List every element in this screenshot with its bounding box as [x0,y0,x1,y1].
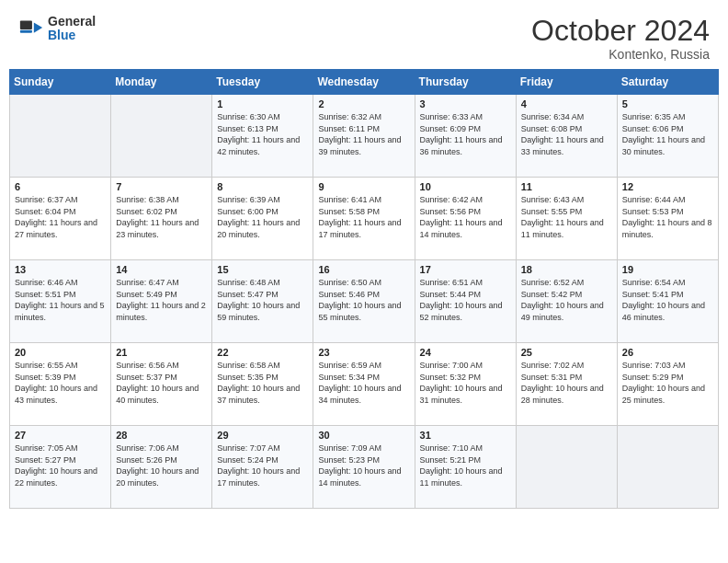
calendar-cell: 17Sunrise: 6:51 AMSunset: 5:44 PMDayligh… [415,260,516,343]
day-number: 21 [116,347,207,358]
day-info: Sunrise: 6:56 AMSunset: 5:37 PMDaylight:… [116,360,207,406]
week-row-1: 1Sunrise: 6:30 AMSunset: 6:13 PMDaylight… [10,95,719,178]
day-number: 25 [521,347,612,358]
day-number: 23 [318,347,409,358]
header-day-thursday: Thursday [415,70,516,95]
header-day-saturday: Saturday [617,70,718,95]
calendar-cell: 18Sunrise: 6:52 AMSunset: 5:42 PMDayligh… [516,260,617,343]
calendar-cell: 4Sunrise: 6:34 AMSunset: 6:08 PMDaylight… [516,95,617,178]
day-info: Sunrise: 6:51 AMSunset: 5:44 PMDaylight:… [420,277,511,323]
day-number: 22 [217,347,308,358]
calendar-cell: 3Sunrise: 6:33 AMSunset: 6:09 PMDaylight… [415,95,516,178]
day-number: 31 [420,430,511,441]
page-header: General Blue October 2024 Kontenko, Russ… [0,0,728,69]
day-info: Sunrise: 7:03 AMSunset: 5:29 PMDaylight:… [622,360,713,406]
calendar-page: General Blue October 2024 Kontenko, Russ… [0,0,728,563]
calendar-cell: 13Sunrise: 6:46 AMSunset: 5:51 PMDayligh… [10,260,111,343]
calendar-cell: 12Sunrise: 6:44 AMSunset: 5:53 PMDayligh… [617,178,718,260]
calendar-cell [111,95,212,178]
calendar-cell: 22Sunrise: 6:58 AMSunset: 5:35 PMDayligh… [212,343,313,426]
header-day-friday: Friday [516,70,617,95]
day-info: Sunrise: 6:46 AMSunset: 5:51 PMDaylight:… [15,277,106,323]
logo-icon [18,16,44,41]
day-number: 4 [521,98,612,109]
day-number: 30 [318,430,409,441]
day-info: Sunrise: 6:59 AMSunset: 5:34 PMDaylight:… [318,360,409,406]
day-info: Sunrise: 6:32 AMSunset: 6:11 PMDaylight:… [318,111,409,157]
day-info: Sunrise: 6:50 AMSunset: 5:46 PMDaylight:… [318,277,409,323]
logo: General Blue [18,15,96,43]
calendar-cell: 2Sunrise: 6:32 AMSunset: 6:11 PMDaylight… [313,95,415,178]
svg-marker-2 [34,23,42,33]
calendar-cell: 19Sunrise: 6:54 AMSunset: 5:41 PMDayligh… [617,260,718,343]
day-number: 5 [622,98,713,109]
calendar-cell: 8Sunrise: 6:39 AMSunset: 6:00 PMDaylight… [212,178,313,260]
day-info: Sunrise: 7:09 AMSunset: 5:23 PMDaylight:… [318,442,409,488]
calendar-cell: 21Sunrise: 6:56 AMSunset: 5:37 PMDayligh… [111,343,212,426]
calendar-cell: 30Sunrise: 7:09 AMSunset: 5:23 PMDayligh… [313,426,415,509]
calendar-cell: 31Sunrise: 7:10 AMSunset: 5:21 PMDayligh… [415,426,516,509]
calendar-cell [10,95,111,178]
calendar-cell: 23Sunrise: 6:59 AMSunset: 5:34 PMDayligh… [313,343,415,426]
day-number: 17 [420,264,511,275]
calendar-cell: 27Sunrise: 7:05 AMSunset: 5:27 PMDayligh… [10,426,111,509]
day-number: 10 [420,181,511,192]
day-number: 20 [15,347,106,358]
day-number: 24 [420,347,511,358]
day-info: Sunrise: 6:39 AMSunset: 6:00 PMDaylight:… [217,194,308,240]
calendar-cell: 14Sunrise: 6:47 AMSunset: 5:49 PMDayligh… [111,260,212,343]
day-info: Sunrise: 6:55 AMSunset: 5:39 PMDaylight:… [15,360,106,406]
calendar-cell: 28Sunrise: 7:06 AMSunset: 5:26 PMDayligh… [111,426,212,509]
calendar-cell [617,426,718,509]
day-number: 3 [420,98,511,109]
title-block: October 2024 Kontenko, Russia [531,15,710,62]
calendar-cell: 25Sunrise: 7:02 AMSunset: 5:31 PMDayligh… [516,343,617,426]
calendar-header: SundayMondayTuesdayWednesdayThursdayFrid… [10,70,719,95]
day-info: Sunrise: 6:58 AMSunset: 5:35 PMDaylight:… [217,360,308,406]
day-info: Sunrise: 7:02 AMSunset: 5:31 PMDaylight:… [521,360,612,406]
calendar-cell: 15Sunrise: 6:48 AMSunset: 5:47 PMDayligh… [212,260,313,343]
day-number: 7 [116,181,207,192]
calendar-cell: 24Sunrise: 7:00 AMSunset: 5:32 PMDayligh… [415,343,516,426]
day-info: Sunrise: 7:07 AMSunset: 5:24 PMDaylight:… [217,442,308,488]
calendar-table: SundayMondayTuesdayWednesdayThursdayFrid… [9,69,719,509]
logo-text: General Blue [48,15,96,43]
day-info: Sunrise: 6:30 AMSunset: 6:13 PMDaylight:… [217,111,308,157]
calendar-cell: 5Sunrise: 6:35 AMSunset: 6:06 PMDaylight… [617,95,718,178]
calendar-cell: 29Sunrise: 7:07 AMSunset: 5:24 PMDayligh… [212,426,313,509]
day-info: Sunrise: 6:34 AMSunset: 6:08 PMDaylight:… [521,111,612,157]
location: Kontenko, Russia [531,47,710,62]
day-info: Sunrise: 6:44 AMSunset: 5:53 PMDaylight:… [622,194,713,240]
calendar-cell: 16Sunrise: 6:50 AMSunset: 5:46 PMDayligh… [313,260,415,343]
day-number: 26 [622,347,713,358]
calendar-cell [516,426,617,509]
day-info: Sunrise: 7:06 AMSunset: 5:26 PMDaylight:… [116,442,207,488]
day-number: 14 [116,264,207,275]
day-number: 8 [217,181,308,192]
day-info: Sunrise: 6:48 AMSunset: 5:47 PMDaylight:… [217,277,308,323]
svg-rect-1 [20,30,32,33]
day-number: 1 [217,98,308,109]
day-info: Sunrise: 6:35 AMSunset: 6:06 PMDaylight:… [622,111,713,157]
calendar: SundayMondayTuesdayWednesdayThursdayFrid… [0,69,728,563]
week-row-5: 27Sunrise: 7:05 AMSunset: 5:27 PMDayligh… [10,426,719,509]
day-number: 12 [622,181,713,192]
day-number: 15 [217,264,308,275]
day-number: 19 [622,264,713,275]
calendar-body: 1Sunrise: 6:30 AMSunset: 6:13 PMDaylight… [10,95,719,509]
day-info: Sunrise: 6:42 AMSunset: 5:56 PMDaylight:… [420,194,511,240]
day-number: 9 [318,181,409,192]
day-info: Sunrise: 6:54 AMSunset: 5:41 PMDaylight:… [622,277,713,323]
header-row: SundayMondayTuesdayWednesdayThursdayFrid… [10,70,719,95]
day-info: Sunrise: 6:33 AMSunset: 6:09 PMDaylight:… [420,111,511,157]
day-number: 2 [318,98,409,109]
day-number: 27 [15,430,106,441]
day-number: 18 [521,264,612,275]
logo-general: General [48,15,96,29]
day-info: Sunrise: 6:38 AMSunset: 6:02 PMDaylight:… [116,194,207,240]
day-info: Sunrise: 6:52 AMSunset: 5:42 PMDaylight:… [521,277,612,323]
week-row-4: 20Sunrise: 6:55 AMSunset: 5:39 PMDayligh… [10,343,719,426]
header-day-wednesday: Wednesday [313,70,415,95]
day-info: Sunrise: 6:41 AMSunset: 5:58 PMDaylight:… [318,194,409,240]
header-day-sunday: Sunday [10,70,111,95]
